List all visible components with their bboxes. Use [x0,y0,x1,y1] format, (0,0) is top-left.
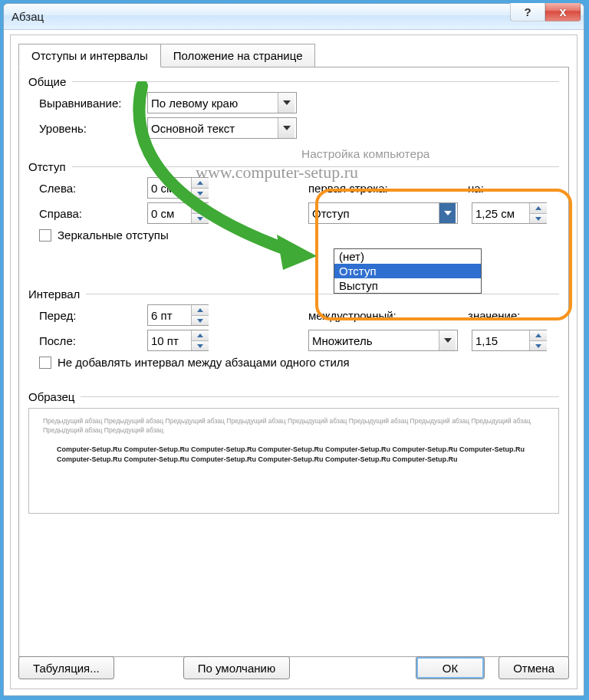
help-icon: ? [524,5,531,18]
section-indent: Отступ [28,160,66,173]
spin-up-icon[interactable] [192,330,209,340]
default-button[interactable]: По умолчанию [183,656,290,679]
linespacing-combo[interactable]: Множитель [308,330,458,351]
alignment-label: Выравнивание: [28,97,147,110]
spin-up-icon[interactable] [192,178,209,188]
value-label: значение: [468,309,521,322]
spin-down-icon[interactable] [192,188,209,198]
tab-indents[interactable]: Отступы и интервалы [18,44,161,67]
alignment-combo[interactable]: По левому краю [147,92,297,113]
chevron-down-icon[interactable] [439,330,456,350]
firstline-option-none[interactable]: (нет) [334,249,481,264]
outline-combo[interactable]: Основной текст [147,117,297,139]
outline-label: Уровень: [28,122,147,135]
spin-up-icon[interactable] [192,305,209,315]
after-spinner[interactable]: 10 пт [147,330,209,351]
left-spinner[interactable]: 0 см [147,177,209,199]
chevron-down-icon[interactable] [439,203,456,223]
firstline-option-hanging[interactable]: Выступ [334,278,481,293]
after-label: После: [28,334,147,347]
before-spinner[interactable]: 6 пт [147,304,209,326]
close-button[interactable]: x [545,3,581,21]
firstline-dropdown[interactable]: (нет) Отступ Выступ [334,248,482,294]
tabs-button[interactable]: Табуляция... [18,656,114,679]
tab-content: Общие Выравнивание: По левому краю Урове… [18,67,569,657]
close-icon: x [560,5,567,19]
watermark-line1: Настройка компьютера [301,147,429,161]
mirror-checkbox[interactable] [39,229,51,242]
help-button[interactable]: ? [510,3,545,21]
client-area: Отступы и интервалы Положение на страниц… [10,35,577,689]
by-label: на: [468,182,484,195]
spin-up-icon[interactable] [530,203,547,213]
mirror-label: Зеркальные отступы [58,228,169,242]
chevron-down-icon[interactable] [278,118,294,138]
titlebar[interactable]: Абзац ? x [4,4,584,30]
tab-position[interactable]: Положение на странице [161,44,316,67]
by-spinner[interactable]: 1,25 см [472,202,547,224]
section-spacing: Интервал [28,288,80,301]
preview-box: Предыдущий абзац Предыдущий абзац Предыд… [28,408,559,514]
chevron-down-icon[interactable] [278,93,294,113]
window-title: Абзац [12,10,44,23]
spin-down-icon[interactable] [192,213,209,223]
value-spinner[interactable]: 1,15 [472,330,547,351]
firstline-option-indent[interactable]: Отступ [334,264,481,278]
before-label: Перед: [28,309,147,322]
paragraph-dialog: Абзац ? x Отступы и интервалы Положение … [3,3,584,696]
firstline-label: первая строка: [308,182,468,195]
linespacing-label: междустрочный: [308,309,468,322]
nospace-label: Не добавлять интервал между абзацами одн… [58,356,350,369]
cancel-button[interactable]: Отмена [499,656,569,679]
section-general: Общие [28,75,66,88]
spin-down-icon[interactable] [192,340,209,350]
right-label: Справа: [28,207,147,220]
firstline-combo[interactable]: Отступ [308,202,458,224]
ok-button[interactable]: ОК [416,656,485,679]
spin-up-icon[interactable] [530,330,547,340]
spin-down-icon[interactable] [530,213,547,223]
left-label: Слева: [28,182,147,195]
spin-up-icon[interactable] [192,203,209,213]
nospace-checkbox[interactable] [39,357,51,369]
section-preview: Образец [28,390,74,403]
right-spinner[interactable]: 0 см [147,202,209,224]
spin-down-icon[interactable] [192,315,209,325]
spin-down-icon[interactable] [530,340,547,350]
